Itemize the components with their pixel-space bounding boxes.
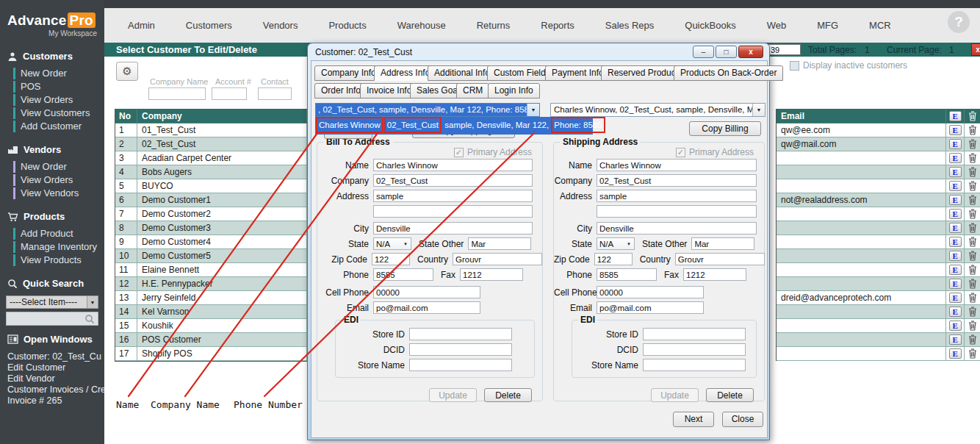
chevron-down-icon[interactable]: ▼: [527, 104, 539, 116]
filter-contact-input[interactable]: [258, 87, 292, 100]
ship-dcid-input[interactable]: [643, 343, 746, 356]
customer-row-company[interactable]: Elaine Bennett: [137, 263, 307, 277]
email-icon[interactable]: E: [949, 181, 962, 191]
delete-button-cell[interactable]: [965, 221, 980, 235]
bill-store-id-input[interactable]: [409, 328, 512, 340]
ship-fax-input[interactable]: [683, 268, 746, 281]
bill-email-input[interactable]: [373, 301, 480, 314]
email-icon[interactable]: E: [949, 237, 962, 247]
next-button[interactable]: Next: [673, 412, 714, 427]
customer-row-company[interactable]: Acadian Carpet Center: [137, 151, 307, 165]
customer-row-company[interactable]: H.E. Pennypacker: [137, 277, 307, 291]
table-row[interactable]: 3 Acadian Carpet Center: [115, 151, 307, 165]
minimize-icon[interactable]: –: [693, 46, 714, 58]
email-button-cell[interactable]: E: [946, 193, 965, 207]
delete-button-cell[interactable]: [965, 165, 980, 179]
trash-icon[interactable]: [968, 209, 977, 219]
customer-row-company[interactable]: Bobs Augers: [137, 165, 307, 179]
top-menu-item[interactable]: MCR: [869, 20, 891, 31]
table-row[interactable]: 13 Jerry Seinfeld: [115, 291, 307, 305]
customer-row-company[interactable]: Jerry Seinfeld: [137, 291, 307, 305]
ship-email-input[interactable]: [597, 301, 704, 314]
bill-cell-input[interactable]: [373, 286, 480, 298]
delete-button[interactable]: Delete: [484, 388, 532, 402]
email-button-cell[interactable]: E: [946, 207, 965, 221]
table-row[interactable]: 17 Shopify POS: [115, 347, 307, 361]
bill-phone-input[interactable]: [373, 268, 433, 281]
customer-row-company[interactable]: 02_Test_Cust: [137, 137, 307, 151]
bill-store-name-input[interactable]: [409, 359, 512, 371]
address-dropdown-item[interactable]: Charles Winnow02_Test_Cust sample, Densv…: [315, 117, 593, 135]
trash-icon[interactable]: [968, 125, 977, 135]
email-button-cell[interactable]: E: [946, 151, 965, 165]
sidebar-item[interactable]: View Orders: [0, 173, 104, 187]
email-button-cell[interactable]: E: [946, 165, 965, 179]
trash-icon[interactable]: [968, 181, 977, 191]
trash-icon[interactable]: [968, 265, 977, 275]
ship-address2-input[interactable]: [597, 205, 757, 218]
update-button[interactable]: Update: [429, 388, 477, 402]
table-row[interactable]: 1 01_Test_Cust: [115, 123, 307, 137]
chevron-down-icon[interactable]: ▼: [752, 104, 765, 116]
display-inactive-checkbox[interactable]: [790, 61, 799, 71]
shipping-address-combobox[interactable]: Charles Winnow, 02_Test_Cust, sample, De…: [550, 103, 765, 117]
email-icon[interactable]: E: [949, 195, 962, 205]
page-size-input[interactable]: [768, 44, 801, 55]
table-row[interactable]: 16 POS Customer: [115, 333, 307, 347]
open-window-item[interactable]: Edit Customer: [7, 362, 104, 373]
top-menu-item[interactable]: Returns: [477, 20, 511, 31]
tab-company-info[interactable]: Company Info: [314, 65, 383, 81]
customer-row-company[interactable]: Demo Customer4: [137, 235, 307, 249]
table-row[interactable]: 10 Demo Customer5: [115, 249, 307, 263]
primary-address-checkbox[interactable]: ✓: [676, 148, 685, 157]
search-icon[interactable]: [84, 314, 95, 324]
tab-products-on-back-order[interactable]: Products On Back-Order: [674, 65, 783, 81]
close-icon[interactable]: x: [738, 46, 763, 58]
bill-country-input[interactable]: [453, 253, 542, 265]
ship-country-input[interactable]: [675, 253, 765, 265]
ship-store-name-input[interactable]: [643, 359, 746, 371]
delete-button-cell[interactable]: [965, 137, 980, 151]
email-icon[interactable]: E: [949, 167, 962, 177]
customer-row-company[interactable]: Kel Varnson: [137, 305, 307, 319]
table-row[interactable]: 6 Demo Customer1: [115, 193, 307, 207]
filter-company-input[interactable]: [148, 87, 206, 100]
customer-row-company[interactable]: POS Customer: [137, 333, 307, 347]
table-row[interactable]: 9 Demo Customer4: [115, 235, 307, 249]
table-row[interactable]: 14 Kel Varnson: [115, 305, 307, 319]
email-button-cell[interactable]: E: [946, 319, 965, 333]
trash-icon[interactable]: [968, 334, 977, 345]
update-button[interactable]: Update: [651, 388, 699, 402]
sidebar-item[interactable]: Add Customer: [0, 120, 104, 133]
ship-address1-input[interactable]: [597, 190, 757, 202]
customer-row-company[interactable]: Koushik: [137, 319, 307, 333]
email-icon[interactable]: E: [949, 209, 962, 219]
close-list-button[interactable]: x: [971, 43, 980, 56]
ship-phone-input[interactable]: [597, 268, 657, 281]
delete-button-cell[interactable]: [965, 291, 980, 305]
email-button-cell[interactable]: E: [946, 333, 965, 347]
trash-icon[interactable]: [968, 321, 977, 331]
top-menu-item[interactable]: QuickBooks: [685, 20, 735, 31]
customer-row-company[interactable]: 01_Test_Cust: [137, 123, 307, 137]
bill-city-input[interactable]: [373, 222, 533, 234]
trash-icon[interactable]: [968, 251, 977, 261]
email-button-cell[interactable]: E: [946, 305, 965, 319]
ship-cell-input[interactable]: [597, 286, 704, 298]
email-button-cell[interactable]: E: [946, 263, 965, 277]
top-menu-item[interactable]: Web: [767, 20, 787, 31]
email-icon[interactable]: E: [949, 279, 962, 289]
customer-row-company[interactable]: Shopify POS: [137, 347, 307, 361]
delete-button[interactable]: Delete: [706, 388, 754, 402]
bill-address2-input[interactable]: [373, 205, 533, 218]
quick-search-select[interactable]: ----Select Item---- ▼: [6, 296, 98, 309]
customer-row-company[interactable]: Demo Customer3: [137, 221, 307, 235]
delete-button-cell[interactable]: [965, 263, 980, 277]
delete-button-cell[interactable]: [965, 333, 980, 347]
sidebar-item[interactable]: View Vendors: [0, 187, 104, 200]
trash-icon[interactable]: [968, 307, 977, 317]
top-menu-item[interactable]: MFG: [817, 20, 838, 31]
maximize-icon[interactable]: □: [716, 46, 737, 58]
bill-name-input[interactable]: [373, 159, 533, 171]
email-button-cell[interactable]: E: [946, 291, 965, 305]
